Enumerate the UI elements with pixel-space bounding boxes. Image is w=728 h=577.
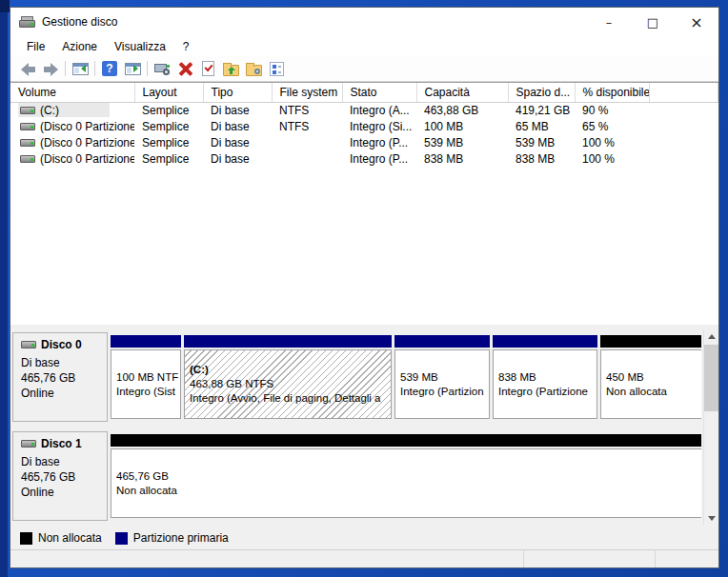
menu-file[interactable]: File: [18, 38, 53, 55]
table-row[interactable]: (C:) Semplice Di base NTFS Integro (A...…: [10, 102, 718, 118]
col-disponibile[interactable]: % disponibile: [575, 83, 649, 102]
cell-capacity: 100 MB: [416, 118, 508, 134]
desktop-background: Gestione disco – □ × File Azione Visuali…: [0, 0, 728, 577]
cell-status: Integro (P...: [342, 134, 416, 150]
partition-color-bar: [111, 335, 181, 348]
table-row[interactable]: (Disco 0 Partizione... Semplice Di base …: [10, 134, 718, 150]
col-layout[interactable]: Layout: [134, 83, 203, 102]
cell-type: Di base: [203, 150, 272, 167]
table-row[interactable]: (Disco 0 Partizione... Semplice Di base …: [10, 150, 718, 167]
cell-percent-free: 90 %: [575, 102, 649, 118]
legend-swatch-unallocated: [20, 532, 32, 545]
folder-up-shape: [223, 65, 239, 76]
legend-label-unallocated: Non allocata: [38, 531, 102, 545]
background-window-corner: [0, 0, 10, 12]
cell-layout: Semplice: [134, 134, 203, 150]
col-file-system[interactable]: File system: [272, 83, 342, 102]
folder-up-icon[interactable]: [219, 58, 242, 79]
cell-capacity: 838 MB: [416, 150, 508, 167]
minimize-button[interactable]: –: [587, 8, 631, 36]
disk-size: 465,76 GB: [21, 370, 101, 386]
legend-swatch-primary: [115, 532, 128, 545]
scroll-up-icon[interactable]: [704, 329, 718, 344]
disk-status: Online: [21, 485, 101, 500]
menu-help[interactable]: ?: [174, 38, 198, 55]
vertical-scrollbar[interactable]: [703, 329, 718, 526]
cell-layout: Semplice: [134, 118, 203, 134]
col-capacita[interactable]: Capacità: [416, 83, 508, 102]
partition-unallocated-disk1[interactable]: 465,76 GB Non allocata: [111, 434, 701, 518]
disk-row-0: Disco 0 Di base 465,76 GB Online 100 MB …: [12, 332, 701, 422]
cell-file-system: NTFS: [272, 102, 342, 118]
partition-status: Non allocata: [116, 484, 699, 498]
cell-volume: (Disco 0 Partizione...: [40, 136, 134, 149]
cell-volume: (Disco 0 Partizione...: [40, 120, 134, 133]
disk-name: Disco 0: [41, 338, 82, 351]
partition-recovery-1[interactable]: 539 MB Integro (Partizion: [394, 335, 490, 419]
volume-table: Volume Layout Tipo File system Stato Cap…: [10, 83, 718, 167]
show-console-tree-icon[interactable]: [69, 58, 91, 79]
cell-status: Integro (Si...: [342, 118, 416, 134]
close-button[interactable]: ×: [675, 8, 718, 36]
disk-type: Di base: [21, 355, 101, 370]
disk-type: Di base: [21, 454, 101, 469]
cell-free-space: 539 MB: [508, 134, 575, 150]
cell-type: Di base: [203, 118, 272, 134]
delete-icon[interactable]: [173, 58, 196, 79]
back-icon[interactable]: [16, 58, 39, 79]
volume-table-header: Volume Layout Tipo File system Stato Cap…: [10, 83, 718, 102]
help-icon[interactable]: ?: [98, 58, 121, 79]
console-tree-shape: [72, 63, 89, 75]
partition-status: Integro (Partizion: [400, 385, 484, 399]
col-volume[interactable]: Volume: [10, 83, 134, 102]
menu-visualizza[interactable]: Visualizza: [106, 38, 174, 55]
partition-title: (C:): [190, 363, 386, 377]
cell-status: Integro (P...: [342, 150, 416, 167]
disk-drive-icon: [21, 341, 36, 348]
col-tipo[interactable]: Tipo: [203, 83, 272, 102]
cell-file-system: [272, 134, 342, 150]
table-row[interactable]: (Disco 0 Partizione... Semplice Di base …: [10, 118, 718, 134]
cell-type: Di base: [203, 134, 272, 150]
forward-arrow-shape: [44, 65, 58, 73]
options-list-icon[interactable]: [265, 58, 288, 79]
partition-recovery-2[interactable]: 838 MB Integro (Partizione: [493, 335, 597, 419]
volume-list-pane: Volume Layout Tipo File system Stato Cap…: [10, 82, 718, 325]
col-spazio[interactable]: Spazio d...: [508, 83, 575, 102]
partition-status: Integro (Partizione: [498, 385, 592, 399]
cell-percent-free: 100 %: [575, 134, 649, 150]
check-properties-icon[interactable]: [196, 58, 219, 79]
disk-0-partitions: 100 MB NTF Integro (Sist (C:) 463,88 GB …: [108, 332, 701, 422]
partition-c-drive[interactable]: (C:) 463,88 GB NTFS Integro (Avvio, File…: [184, 335, 392, 419]
menu-azione[interactable]: Azione: [53, 38, 106, 55]
status-bar: [10, 549, 718, 567]
toolbar-separator: [65, 61, 66, 76]
partition-color-bar: [184, 335, 392, 348]
disk-1-label[interactable]: Disco 1 Di base 465,76 GB Online: [12, 431, 108, 521]
volume-drive-icon: [20, 155, 35, 163]
folder-explore-icon[interactable]: [242, 58, 265, 79]
help-glyph: ?: [102, 61, 117, 76]
partition-system[interactable]: 100 MB NTF Integro (Sist: [111, 335, 181, 419]
cell-volume: (C:): [40, 104, 59, 117]
scrollbar-thumb[interactable]: [704, 345, 718, 411]
forward-icon[interactable]: [39, 58, 62, 79]
disk-row-1: Disco 1 Di base 465,76 GB Online 465,76 …: [12, 431, 701, 521]
window-title: Gestione disco: [42, 15, 117, 29]
col-filler: [649, 83, 718, 102]
legend-label-primary: Partizione primaria: [133, 531, 229, 545]
disk-0-label[interactable]: Disco 0 Di base 465,76 GB Online: [12, 332, 108, 422]
partition-unallocated[interactable]: 450 MB Non allocata: [600, 335, 701, 419]
rescan-disks-icon[interactable]: [151, 58, 173, 79]
folder-magnifier-shape: [246, 65, 262, 76]
cell-capacity: 463,88 GB: [416, 102, 508, 118]
col-stato[interactable]: Stato: [342, 83, 416, 102]
show-action-pane-icon[interactable]: [121, 58, 144, 79]
scroll-down-icon[interactable]: [704, 511, 718, 526]
cell-free-space: 65 MB: [508, 118, 575, 134]
volume-drive-icon: [20, 139, 35, 147]
partition-size: 838 MB: [498, 370, 592, 385]
partition-size: 465,76 GB: [116, 469, 699, 484]
maximize-button[interactable]: □: [631, 8, 675, 36]
cell-percent-free: 100 %: [575, 150, 649, 167]
